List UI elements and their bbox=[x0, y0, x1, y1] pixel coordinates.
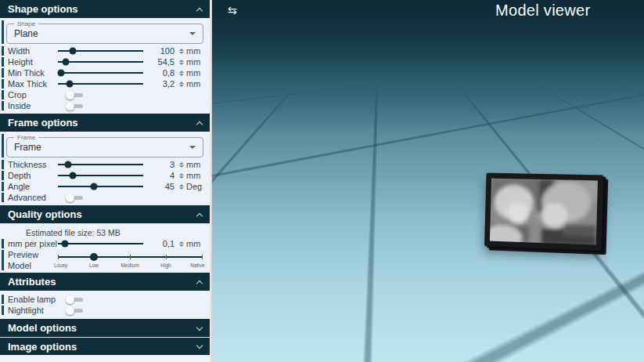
model-label: Model bbox=[8, 261, 58, 270]
slider-label: Width bbox=[8, 46, 58, 56]
slider-thumb[interactable] bbox=[67, 81, 74, 88]
dropdown-arrow-icon bbox=[189, 32, 196, 35]
slider-row-height: Height 54,5 mm bbox=[0, 56, 210, 67]
min-thick-slider[interactable] bbox=[58, 72, 143, 74]
nightlight-toggle[interactable] bbox=[66, 306, 84, 315]
number-stepper-icon[interactable] bbox=[178, 60, 184, 65]
thickness-slider[interactable] bbox=[58, 164, 143, 165]
tick-label-medium: Medium bbox=[121, 262, 139, 268]
min-thick-value[interactable]: 0,8 bbox=[151, 68, 174, 78]
section-title: Frame options bbox=[8, 117, 78, 129]
toggle-row-advanced: Advanced bbox=[0, 192, 210, 203]
section-header-frame-options[interactable]: Frame options bbox=[0, 114, 210, 132]
enable-lamp-toggle[interactable] bbox=[66, 295, 84, 304]
angle-slider[interactable] bbox=[58, 186, 143, 187]
number-stepper-icon[interactable] bbox=[178, 71, 184, 76]
max-thick-slider[interactable] bbox=[58, 83, 143, 85]
crop-toggle[interactable] bbox=[66, 90, 84, 100]
section-header-model-options[interactable]: Model options bbox=[0, 319, 210, 337]
frame-select[interactable]: Frame Frame bbox=[6, 137, 203, 157]
toggle-label: Nightlight bbox=[8, 306, 66, 315]
dropdown-arrow-icon bbox=[189, 146, 196, 149]
unit-label: mm bbox=[186, 57, 203, 67]
number-stepper-icon[interactable] bbox=[178, 173, 184, 179]
slider-thumb[interactable] bbox=[61, 241, 68, 248]
tick-mark bbox=[166, 255, 167, 259]
unit-label: mm bbox=[186, 160, 203, 169]
slider-thumb[interactable] bbox=[90, 183, 97, 190]
slider-row-thickness: Thickness 3 mm bbox=[0, 159, 210, 170]
tick-mark bbox=[202, 255, 203, 259]
slider-thumb[interactable] bbox=[65, 161, 72, 168]
quality-tick-labels: Lousy Low Medium High Native bbox=[58, 262, 202, 270]
section-header-image-options[interactable]: Image options bbox=[0, 337, 210, 355]
width-slider[interactable] bbox=[58, 50, 143, 52]
chevron-down-icon bbox=[196, 342, 203, 349]
quality-slider-track[interactable] bbox=[58, 256, 202, 258]
unit-label: mm bbox=[186, 46, 203, 56]
slider-label: Min Thick bbox=[8, 68, 58, 78]
section-header-attributes[interactable]: Attributes bbox=[0, 273, 210, 291]
section-title: Shape options bbox=[8, 3, 78, 15]
frame-options-body: Frame Frame Thickness 3 mm Depth 4 mm An… bbox=[0, 132, 210, 205]
mm-per-pixel-slider[interactable] bbox=[58, 243, 143, 244]
tick-label-lousy: Lousy bbox=[54, 262, 67, 268]
swap-pan-icon[interactable]: ⇆ bbox=[228, 5, 237, 16]
slider-label: mm per pixel bbox=[8, 239, 58, 248]
quality-slider-thumb[interactable] bbox=[90, 253, 98, 261]
toggle-row-enable-lamp: Enable lamp bbox=[0, 294, 210, 305]
slider-thumb[interactable] bbox=[69, 48, 76, 55]
toggle-label: Advanced bbox=[8, 193, 58, 202]
toggle-label: Crop bbox=[8, 90, 58, 100]
section-header-quality-options[interactable]: Quality options bbox=[0, 205, 210, 223]
toggle-label: Inside bbox=[8, 101, 58, 110]
slider-thumb[interactable] bbox=[62, 59, 69, 66]
frame-select-label: Frame bbox=[14, 134, 38, 141]
number-stepper-icon[interactable] bbox=[178, 162, 184, 168]
unit-label: mm bbox=[186, 171, 203, 180]
advanced-toggle[interactable] bbox=[66, 193, 84, 202]
section-title: Image options bbox=[8, 341, 77, 353]
frame-select-value: Frame bbox=[14, 142, 41, 153]
chevron-up-icon bbox=[196, 8, 203, 14]
height-slider[interactable] bbox=[58, 61, 143, 63]
section-title: Quality options bbox=[8, 208, 82, 220]
height-value[interactable]: 54,5 bbox=[151, 57, 174, 67]
slider-label: Depth bbox=[8, 171, 58, 180]
width-value[interactable]: 100 bbox=[151, 46, 174, 56]
quality-slider[interactable]: Lousy Low Medium High Native bbox=[58, 249, 202, 273]
number-stepper-icon[interactable] bbox=[178, 184, 184, 190]
preview-model-labels: Preview Model bbox=[8, 249, 58, 273]
angle-value[interactable]: 45 bbox=[151, 182, 174, 191]
slider-thumb[interactable] bbox=[69, 172, 76, 179]
depth-slider[interactable] bbox=[58, 175, 143, 176]
section-title: Model options bbox=[8, 322, 77, 334]
slider-label: Height bbox=[8, 57, 58, 67]
shape-select-value: Plane bbox=[14, 28, 38, 39]
tick-label-high: High bbox=[160, 262, 171, 268]
lithophane-photo bbox=[490, 179, 598, 245]
lithophane-model[interactable] bbox=[484, 173, 603, 251]
thickness-value[interactable]: 3 bbox=[151, 160, 174, 169]
section-header-shape-options[interactable]: Shape options bbox=[0, 0, 210, 18]
slider-thumb[interactable] bbox=[58, 70, 65, 77]
mm-per-pixel-value[interactable]: 0,1 bbox=[151, 239, 174, 248]
model-viewer-canvas[interactable]: ⇆ Model viewer bbox=[212, 0, 644, 362]
viewer-title: Model viewer bbox=[495, 2, 590, 20]
slider-row-width: Width 100 mm bbox=[0, 45, 210, 56]
shape-select[interactable]: Shape Plane bbox=[6, 24, 203, 44]
number-stepper-icon[interactable] bbox=[178, 241, 184, 247]
inside-toggle[interactable] bbox=[66, 101, 84, 110]
depth-value[interactable]: 4 bbox=[151, 171, 174, 180]
tick-mark bbox=[58, 255, 59, 259]
slider-row-min-thick: Min Thick 0,8 mm bbox=[0, 67, 210, 78]
shape-select-row: Shape Plane bbox=[6, 24, 203, 44]
max-thick-value[interactable]: 3,2 bbox=[151, 79, 174, 89]
number-stepper-icon[interactable] bbox=[178, 81, 184, 87]
unit-label: mm bbox=[186, 79, 203, 89]
chevron-up-icon bbox=[196, 281, 203, 287]
number-stepper-icon[interactable] bbox=[178, 49, 184, 54]
horizon-haze bbox=[212, 82, 644, 131]
slider-row-depth: Depth 4 mm bbox=[0, 170, 210, 181]
chevron-up-icon bbox=[196, 213, 203, 219]
